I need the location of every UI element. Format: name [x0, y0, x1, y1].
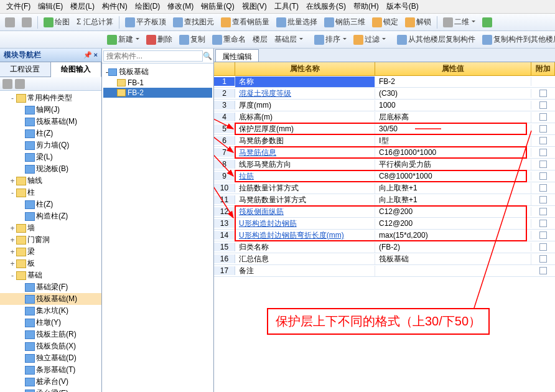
new-button[interactable]: 新建: [105, 33, 142, 46]
lock-button[interactable]: 锁定: [370, 16, 401, 29]
grid-row[interactable]: 8线形马凳筋方向平行横向受力筋: [214, 159, 555, 170]
prop-value[interactable]: 30/50: [375, 124, 531, 133]
menu-rebar[interactable]: 钢筋量(Q): [197, 0, 238, 13]
tree-node[interactable]: 筏板主筋(R): [0, 329, 101, 340]
grid-row[interactable]: 7马凳筋信息C16@1000*1000: [214, 147, 555, 159]
grid-row[interactable]: 4底标高(m)层底标高: [214, 111, 555, 123]
checkbox[interactable]: [539, 196, 547, 203]
find-button[interactable]: 查找图元: [170, 16, 217, 29]
expand-icon[interactable]: -: [9, 94, 16, 103]
prop-extra[interactable]: [531, 137, 555, 144]
prop-value[interactable]: max(15*d,200): [375, 231, 531, 240]
prop-extra[interactable]: [531, 184, 555, 192]
findbar-button[interactable]: 查看钢筋量: [218, 16, 272, 29]
draw-button[interactable]: 绘图: [41, 16, 72, 29]
tree-node[interactable]: 现浇板(B): [0, 163, 101, 175]
sort-button[interactable]: 排序: [312, 33, 349, 46]
prop-value[interactable]: 向上取整+1: [375, 195, 531, 205]
instance-node[interactable]: FB-1: [103, 78, 212, 88]
prop-value[interactable]: 筏板基础: [375, 254, 531, 264]
tree-node[interactable]: +门窗洞: [0, 234, 101, 246]
checkbox[interactable]: [539, 172, 547, 180]
prop-extra[interactable]: [531, 255, 555, 263]
copy-button[interactable]: 复制: [177, 33, 208, 46]
prop-value[interactable]: C12@200: [375, 207, 531, 216]
checkbox[interactable]: [539, 243, 547, 251]
tree-node[interactable]: 柱(Z): [0, 198, 101, 210]
tree-node[interactable]: -基础: [0, 269, 101, 281]
grid-row[interactable]: 1名称FB-2: [214, 76, 555, 88]
tree-node[interactable]: 独立基础(D): [0, 352, 101, 364]
checkbox[interactable]: [539, 208, 547, 215]
redo-button[interactable]: [19, 16, 34, 29]
prop-value[interactable]: FB-2: [375, 77, 531, 86]
grid-row[interactable]: 2混凝土强度等级(C30): [214, 88, 555, 100]
tree-collapse-icon[interactable]: [15, 79, 25, 89]
checkbox[interactable]: [539, 101, 547, 109]
tab-property-edit[interactable]: 属性编辑: [215, 49, 259, 62]
prop-value[interactable]: (FB-2): [375, 243, 531, 251]
tree-node[interactable]: 基础梁(F): [0, 281, 101, 293]
save-button[interactable]: [480, 16, 495, 29]
instance-node[interactable]: -筏板基础: [103, 66, 212, 78]
prop-extra[interactable]: [531, 243, 555, 251]
pin-icon[interactable]: 📌 ×: [83, 51, 98, 59]
checkbox[interactable]: [539, 267, 547, 274]
prop-value[interactable]: C12@200: [375, 219, 531, 228]
tri-button[interactable]: 钢筋三维: [322, 16, 368, 29]
prop-extra[interactable]: [531, 161, 555, 168]
prop-name[interactable]: U形构造封边钢筋: [235, 218, 375, 229]
prop-name[interactable]: 拉筋: [235, 171, 375, 182]
grid-row[interactable]: 6马凳筋参数图Ⅰ型: [214, 135, 555, 147]
grid-row[interactable]: 13U形构造封边钢筋C12@200: [214, 218, 555, 230]
tree-node[interactable]: 集水坑(K): [0, 305, 101, 317]
tree-node[interactable]: 条形基础(T): [0, 364, 101, 376]
rename-button[interactable]: 重命名: [210, 33, 248, 46]
prop-name[interactable]: 筏板侧面纵筋: [235, 207, 375, 217]
tree-node[interactable]: 梁(L): [0, 151, 101, 163]
tree-node[interactable]: 承台梁(E): [0, 388, 101, 392]
checkbox[interactable]: [539, 231, 547, 239]
prop-value[interactable]: C16@1000*1000: [375, 148, 531, 157]
grid-row[interactable]: 14U形构造封边钢筋弯折长度(mm)max(15*d,200): [214, 230, 555, 241]
grid-row[interactable]: 5保护层厚度(mm)30/50: [214, 123, 555, 135]
checkbox[interactable]: [539, 149, 547, 156]
tree-node[interactable]: +轴线: [0, 175, 101, 187]
prop-extra[interactable]: [531, 90, 555, 97]
search-input[interactable]: [103, 50, 203, 62]
unlock-button[interactable]: 解锁: [403, 16, 434, 29]
expand-icon[interactable]: +: [9, 236, 16, 245]
menu-file[interactable]: 文件(F): [2, 0, 34, 13]
component-tree[interactable]: -常用构件类型轴网(J)筏板基础(M)柱(Z)剪力墙(Q)梁(L)现浇板(B)+…: [0, 91, 101, 392]
menu-online[interactable]: 在线服务(S): [302, 0, 350, 13]
checkbox[interactable]: [539, 113, 547, 121]
expand-icon[interactable]: +: [9, 224, 16, 233]
checkbox[interactable]: [539, 90, 547, 97]
checkbox[interactable]: [539, 125, 547, 133]
menu-component[interactable]: 构件(N): [98, 0, 131, 13]
tree-expand-icon[interactable]: [2, 79, 12, 89]
grid-row[interactable]: 9拉筋C8@1000*1000: [214, 170, 555, 182]
menu-tool[interactable]: 工具(T): [271, 0, 302, 13]
tree-node[interactable]: 轴网(J): [0, 104, 101, 116]
tree-node[interactable]: +板: [0, 258, 101, 269]
grid-row[interactable]: 10拉筋数量计算方式向上取整+1: [214, 182, 555, 194]
menu-version[interactable]: 版本号(B): [383, 0, 422, 13]
menu-modify[interactable]: 修改(M): [164, 0, 197, 13]
grid-row[interactable]: 11马凳筋数量计算方式向上取整+1: [214, 194, 555, 206]
checkbox[interactable]: [539, 137, 547, 144]
tab-draw-input[interactable]: 绘图输入: [51, 62, 102, 77]
tree-node[interactable]: -常用构件类型: [0, 92, 101, 104]
grid-row[interactable]: 17备注: [214, 265, 555, 277]
prop-name[interactable]: U形构造封边钢筋弯折长度(mm): [235, 230, 375, 241]
filter-button[interactable]: 过滤: [351, 33, 388, 46]
checkbox[interactable]: [539, 220, 547, 227]
menu-view[interactable]: 视图(V): [238, 0, 271, 13]
menu-draw[interactable]: 绘图(D): [131, 0, 164, 13]
prop-value[interactable]: 平行横向受力筋: [375, 159, 531, 170]
checkbox[interactable]: [539, 184, 547, 192]
checkbox[interactable]: [539, 161, 547, 168]
tree-node[interactable]: 柱墩(Y): [0, 317, 101, 329]
batch-button[interactable]: 批量选择: [274, 16, 320, 29]
prop-value[interactable]: (C30): [375, 89, 531, 98]
